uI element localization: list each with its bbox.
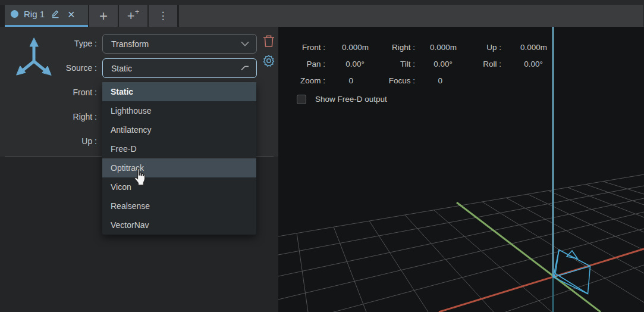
- close-tab-icon[interactable]: ×: [68, 8, 75, 20]
- tab-bar-filler: [179, 5, 643, 27]
- add-rig-button[interactable]: +: [89, 5, 118, 27]
- application-window: Rig 1 × + ++ ⋮: [0, 0, 644, 312]
- menu-item-optitrack[interactable]: Optitrack: [102, 158, 256, 177]
- rename-rig-button[interactable]: [51, 9, 61, 19]
- gear-icon: [262, 54, 275, 67]
- up-field-label: Up :: [26, 136, 97, 146]
- delete-rig-button[interactable]: [262, 34, 276, 48]
- source-label: Source :: [26, 63, 97, 73]
- chevron-up-icon: [241, 65, 249, 71]
- source-dropdown-menu: StaticLighthouseAntilatencyFree-DOptitra…: [102, 82, 256, 235]
- camera-up-indicator: [567, 251, 577, 258]
- tab-rig-1[interactable]: Rig 1 ×: [5, 5, 88, 27]
- right-readout-value: 0.000m: [430, 43, 457, 52]
- menu-item-vicon[interactable]: Vicon: [102, 177, 256, 196]
- x-axis-red: [439, 249, 644, 312]
- up-readout-label: Up :: [486, 43, 501, 52]
- focus-readout-value: 0: [438, 76, 442, 85]
- source-select-value: Static: [111, 64, 241, 73]
- tab-menu-button[interactable]: ⋮: [149, 5, 177, 27]
- tilt-readout-value: 0.00°: [433, 60, 453, 68]
- roll-readout-label: Roll :: [483, 60, 501, 68]
- chevron-down-icon: [241, 41, 249, 46]
- pan-readout-value: 0.00°: [345, 60, 365, 68]
- trash-icon: [263, 35, 275, 48]
- pan-readout-label: Pan :: [306, 60, 325, 68]
- source-select[interactable]: Static: [102, 58, 257, 78]
- type-select-value: Transform: [111, 39, 241, 49]
- type-label: Type :: [26, 39, 97, 48]
- type-select[interactable]: Transform: [102, 34, 257, 54]
- show-freed-output-label: Show Free-D output: [315, 95, 387, 104]
- menu-item-vectornav[interactable]: VectorNav: [102, 216, 256, 235]
- front-field-label: Front :: [26, 88, 97, 97]
- up-readout-value: 0.000m: [520, 43, 547, 52]
- menu-item-lighthouse[interactable]: Lighthouse: [102, 101, 256, 120]
- front-readout-value: 0.000m: [342, 43, 369, 52]
- show-freed-output-checkbox[interactable]: [297, 95, 306, 104]
- viewport-3d[interactable]: Front : 0.000m Right : 0.000m Up : 0.000…: [278, 27, 644, 312]
- tab-bar-top-strip: [0, 0, 644, 5]
- tab-bar: Rig 1 × + ++ ⋮: [0, 0, 644, 27]
- zoom-readout-value: 0: [348, 76, 353, 85]
- pencil-icon: [51, 9, 61, 19]
- tilt-readout-label: Tilt :: [400, 60, 415, 68]
- menu-item-realsense[interactable]: Realsense: [102, 196, 256, 216]
- menu-item-static[interactable]: Static: [102, 82, 256, 101]
- right-readout-label: Right :: [392, 43, 415, 52]
- front-readout-label: Front :: [302, 43, 325, 52]
- camera-frustum: [554, 250, 590, 294]
- zoom-readout-label: Zoom :: [300, 76, 325, 85]
- rig-status-icon: [11, 10, 18, 18]
- menu-item-antilatency[interactable]: Antilatency: [102, 120, 256, 139]
- menu-item-free-d[interactable]: Free-D: [102, 139, 256, 158]
- ground-grid: [278, 174, 644, 312]
- rig-settings-panel: Type : Transform Source : Static: [0, 27, 278, 312]
- focus-readout-label: Focus :: [389, 76, 415, 85]
- scene-canvas: [278, 27, 644, 312]
- right-field-label: Right :: [26, 112, 97, 121]
- source-settings-button[interactable]: [262, 54, 276, 68]
- tab-label: Rig 1: [24, 9, 45, 19]
- add-multiple-rigs-button[interactable]: ++: [119, 5, 147, 27]
- roll-readout-value: 0.00°: [524, 60, 543, 68]
